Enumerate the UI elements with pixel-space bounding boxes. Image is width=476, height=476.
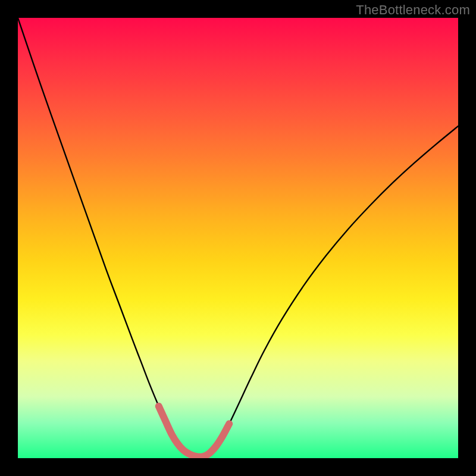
watermark-text: TheBottleneck.com xyxy=(356,2,470,18)
plot-area xyxy=(18,18,458,458)
bottleneck-curve xyxy=(18,18,458,457)
chart-stage: TheBottleneck.com xyxy=(0,0,476,476)
bottleneck-curve-highlight xyxy=(159,406,229,457)
curve-svg xyxy=(18,18,458,458)
